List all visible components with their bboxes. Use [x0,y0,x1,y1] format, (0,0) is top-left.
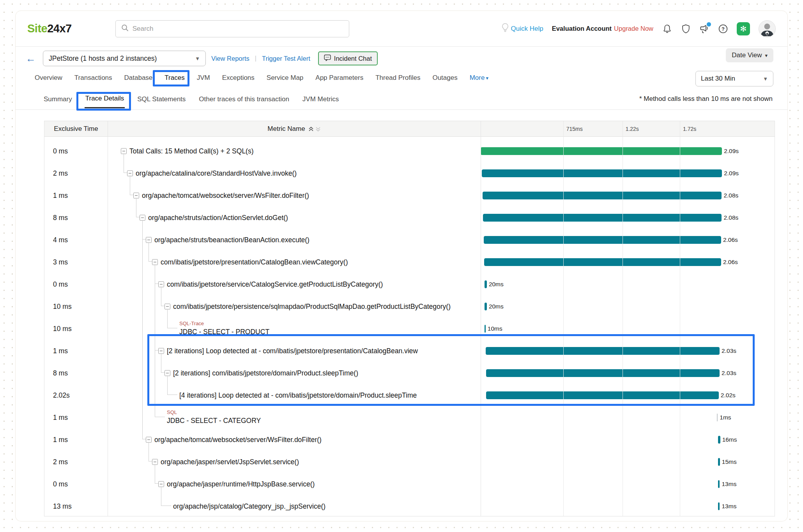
tree-connector-line [149,443,152,462]
subtab-other-traces-of-this-transaction[interactable]: Other traces of this transaction [198,90,290,108]
trace-row[interactable]: 0 msTotal Calls: 15 Method Call(s) + 2 S… [44,140,775,162]
view-reports-link[interactable]: View Reports [211,55,249,62]
tab-outages[interactable]: Outages [432,72,458,84]
trace-row[interactable]: 10 msSQL-TraceJDBC - SELECT - PRODUCT10m… [44,317,775,340]
user-avatar[interactable] [759,20,776,37]
bulb-icon [502,23,509,34]
collapse-expander-icon[interactable] [121,148,127,154]
collapse-expander-icon[interactable] [133,192,139,198]
trace-row[interactable]: 2 msorg/apache/catalina/core/StandardHos… [44,162,775,184]
duration-bar [718,458,720,466]
subtab-bar: SummaryTrace DetailsSQL StatementsOther … [43,89,340,108]
duration-label: 20ms [489,303,504,310]
incident-chat-button[interactable]: Incident Chat [318,51,378,65]
tree-connector-line [142,221,146,439]
date-view-button[interactable]: Date View ▾ [726,48,773,62]
metric-cell: org/apache/jasper/servlet/JspServlet.ser… [108,451,481,473]
back-arrow-button[interactable]: ← [26,53,36,63]
tab-service-map[interactable]: Service Map [266,72,304,84]
announcements-megaphone-icon[interactable] [699,24,709,34]
notification-dot [707,22,711,26]
tab-database[interactable]: Database [124,72,154,84]
axis-tick-label: 1.22s [626,121,639,137]
monitor-toolbar: ← JPetStore (1 hosts and 2 instances) ▼ … [16,49,787,68]
tab-traces[interactable]: Traces [164,72,185,84]
table-body: 0 msTotal Calls: 15 Method Call(s) + 2 S… [44,137,775,516]
duration-bar [483,214,722,222]
collapse-expander-icon[interactable] [146,437,152,442]
tree-connector-line [161,487,171,506]
collapse-expander-icon[interactable] [152,259,158,265]
column-header-exclusive-time[interactable]: Exclusive Time [44,121,108,137]
subtab-trace-details[interactable]: Trace Details [85,89,125,108]
duration-bar [486,369,720,377]
subtab-sql-statements[interactable]: SQL Statements [136,90,186,108]
collapse-expander-icon[interactable] [152,459,158,465]
tab-overview[interactable]: Overview [34,72,63,84]
tree-connector-line [167,310,177,328]
metric-label: [2 iterations] com/ibatis/jpetstore/doma… [173,369,358,377]
tab-more[interactable]: More▾ [469,72,489,84]
monitor-selector-dropdown[interactable]: JPetStore (1 hosts and 2 instances) ▼ [43,51,206,66]
metric-cell: org/apache/tomcat/websocket/server/WsFil… [108,428,481,451]
global-search[interactable] [115,20,349,37]
logo-green-part: Site [27,22,47,35]
trace-row[interactable]: 13 msorg/apache/jsp/catalog/Category_jsp… [44,495,775,517]
subtab-jvm-metrics[interactable]: JVM Metrics [302,90,340,108]
metric-cell: org/apache/struts/action/ActionServlet.d… [108,206,481,229]
collapse-expander-icon[interactable] [164,370,170,376]
metric-label: com/ibatis/jpetstore/service/CatalogServ… [167,280,383,288]
exclusive-time-value: 1 ms [53,435,68,444]
tab-app-parameters[interactable]: App Parameters [315,72,364,84]
sort-icons[interactable] [308,127,321,132]
trace-row[interactable]: 10 mscom/ibatis/jpetstore/persistence/sq… [44,295,775,317]
trace-row[interactable]: 2 msorg/apache/jasper/servlet/JspServlet… [44,451,775,473]
metric-label: JDBC - SELECT - CATEGORY [167,417,261,425]
collapse-expander-icon[interactable] [140,215,145,220]
site24x7-logo: Site24x7 [27,22,72,35]
column-header-metric-name[interactable]: Metric Name [108,121,481,137]
metric-cell: org/apache/catalina/core/StandardHostVal… [108,162,481,184]
trace-row[interactable]: 1 msSQLJDBC - SELECT - CATEGORY1ms [44,406,775,428]
duration-label: 2.06s [723,259,738,266]
ai-assistant-icon[interactable]: ✻ [737,22,750,35]
method-calls-note: * Method calls less than 10 ms are not s… [639,95,773,103]
trace-row[interactable]: 3 mscom/ibatis/jpetstore/presentation/Ca… [44,251,775,273]
upgrade-now-link[interactable]: Upgrade Now [614,25,653,32]
exclusive-time-value: 1 ms [53,347,68,355]
subtab-summary[interactable]: Summary [43,90,73,108]
collapse-expander-icon[interactable] [164,303,170,309]
table-header: Exclusive Time Metric Name [44,121,775,137]
tree-connector-line [167,376,177,395]
trace-row[interactable]: 8 ms[2 iterations] com/ibatis/jpetstore/… [44,362,775,384]
collapse-expander-icon[interactable] [127,170,133,176]
tab-exceptions[interactable]: Exceptions [221,72,255,84]
tab-jvm[interactable]: JVM [196,72,211,84]
tab-thread-profiles[interactable]: Thread Profiles [375,72,421,84]
notifications-bell-icon[interactable] [662,24,672,34]
time-gridline [680,121,680,516]
trace-row[interactable]: 2.02s[4 iterations] Loop detected at - c… [44,384,775,406]
duration-label: 13ms [722,481,736,488]
trace-row[interactable]: 0 msorg/apache/jasper/runtime/HttpJspBas… [44,473,775,495]
help-question-icon[interactable]: ? [718,24,728,34]
quick-help-button[interactable]: Quick Help [502,23,543,34]
trace-row[interactable]: 1 msorg/apache/tomcat/websocket/server/W… [44,184,775,206]
trace-row[interactable]: 4 msorg/apache/struts/beanaction/BeanAct… [44,229,775,251]
trace-row[interactable]: 8 msorg/apache/struts/action/ActionServl… [44,206,775,229]
collapse-expander-icon[interactable] [146,237,152,243]
exclusive-time-value: 0 ms [53,480,68,488]
duration-label: 16ms [722,436,737,443]
trigger-test-alert-link[interactable]: Trigger Test Alert [262,55,310,62]
exclusive-time-value: 2.02s [53,391,70,399]
tab-transactions[interactable]: Transactions [74,72,113,84]
search-input[interactable] [133,25,343,33]
trace-row[interactable]: 1 ms[2 iterations] Loop detected at - co… [44,340,775,362]
trace-row[interactable]: 0 mscom/ibatis/jpetstore/service/Catalog… [44,273,775,295]
time-range-dropdown[interactable]: Last 30 Min ▼ [695,71,773,86]
trace-row[interactable]: 1 msorg/apache/tomcat/websocket/server/W… [44,428,775,451]
trace-details-table: Exclusive Time Metric Name 0 msTotal Cal… [44,121,775,516]
security-shield-icon[interactable] [681,24,691,34]
collapse-expander-icon[interactable] [158,481,164,487]
metric-label: org/apache/tomcat/websocket/server/WsFil… [154,435,322,444]
